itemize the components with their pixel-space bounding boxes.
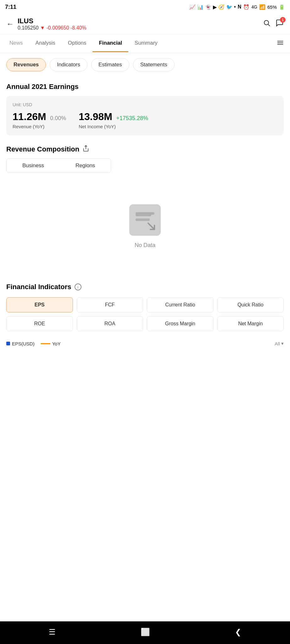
nav-tabs: News Analysis Options Financial Summary [0, 34, 290, 53]
wifi-icon: 📶 [259, 4, 265, 10]
battery-label: 65% [267, 4, 277, 10]
info-icon[interactable]: i [75, 283, 81, 290]
tab-options[interactable]: Options [62, 35, 93, 52]
chevron-down-icon: ▾ [281, 341, 284, 346]
revenue-title-row: Revenue Composition [6, 145, 284, 153]
legend-all-label: All [275, 341, 280, 346]
earnings-row: 11.26M 0.00% Revenue (YoY) 13.98M +17535… [13, 111, 277, 129]
app-icon-1: 📈 [189, 4, 196, 10]
earnings-card: Unit: USD 11.26M 0.00% Revenue (YoY) 13.… [6, 96, 284, 135]
legend-items: EPS(USD) YoY [6, 341, 61, 346]
ticker-price: 0.105250 ▼ -0.009650 -8.40% [18, 25, 86, 31]
toggle-business[interactable]: Business [7, 159, 60, 173]
indicator-btn-roe[interactable]: ROE [6, 316, 73, 331]
app-icon-2: 📊 [197, 4, 204, 10]
bottom-home-button[interactable]: ⬜ [134, 625, 156, 639]
chat-badge: 1 [280, 17, 286, 23]
legend-row: EPS(USD) YoY All ▾ [6, 338, 284, 350]
revenue-composition-title: Revenue Composition [6, 145, 79, 153]
indicator-btn-eps[interactable]: EPS [6, 297, 73, 312]
legend-yoy-color [41, 343, 50, 344]
subtab-revenues[interactable]: Revenues [6, 58, 46, 71]
tab-analysis[interactable]: Analysis [29, 35, 62, 52]
indicator-btn-net-margin[interactable]: Net Margin [217, 316, 284, 331]
header-left: ← ILUS 0.105250 ▼ -0.009650 -8.40% [6, 17, 86, 31]
toggle-group: Business Regions [6, 158, 111, 173]
tab-summary[interactable]: Summary [128, 35, 164, 52]
revenue-composition-section: Revenue Composition Business Regions [6, 145, 284, 273]
subtab-statements[interactable]: Statements [133, 58, 175, 71]
no-data-container: No Data [6, 179, 284, 273]
net-income-value: 13.98M [79, 111, 112, 122]
main-content: Annual 2021 Earnings Unit: USD 11.26M 0.… [0, 76, 290, 356]
net-income-label: Net Income (YoY) [79, 124, 148, 129]
no-data-text: No Data [135, 242, 155, 249]
financial-indicators-title: Financial Indicators [6, 283, 71, 291]
app-icon-7: • [234, 4, 236, 10]
legend-eps-color [6, 342, 10, 345]
subtab-indicators[interactable]: Indicators [50, 58, 87, 71]
toggle-regions[interactable]: Regions [60, 159, 111, 173]
status-time: 7:11 [5, 4, 16, 10]
ticker-symbol: ILUS [18, 17, 86, 25]
svg-rect-8 [136, 218, 148, 221]
header: ← ILUS 0.105250 ▼ -0.009650 -8.40% 1 [0, 14, 290, 34]
legend-yoy: YoY [41, 341, 61, 346]
network-icon: N [238, 4, 242, 10]
net-income-change: +17535.28% [116, 115, 148, 121]
annual-earnings-title: Annual 2021 Earnings [6, 83, 284, 91]
bottom-back-button[interactable]: ❮ [229, 625, 248, 639]
app-icon-5: 🧭 [218, 4, 225, 10]
financial-indicators-section: Financial Indicators i EPS FCF Current R… [6, 283, 284, 350]
bottom-menu-button[interactable]: ☰ [42, 625, 62, 639]
status-right: 📈 📊 👻 ▶ 🧭 🐦 • N ⏰ 4G 📶 65% 🔋 [189, 4, 285, 10]
alarm-icon: ⏰ [243, 4, 249, 10]
indicator-grid: EPS FCF Current Ratio Quick Ratio ROE RO… [6, 297, 284, 331]
status-bar: 7:11 📈 📊 👻 ▶ 🧭 🐦 • N ⏰ 4G 📶 65% 🔋 [0, 0, 290, 14]
battery-icon: 🔋 [279, 4, 285, 10]
price-value: 0.105250 [18, 25, 39, 30]
search-icon[interactable] [263, 19, 270, 29]
svg-point-0 [264, 20, 269, 25]
unit-label: Unit: USD [13, 102, 277, 107]
header-right: 1 [263, 19, 284, 29]
status-icons: 📈 📊 👻 ▶ 🧭 🐦 • [189, 4, 236, 10]
price-change-pct: -8.40% [70, 25, 86, 30]
export-icon[interactable] [82, 145, 89, 153]
indicator-btn-gross-margin[interactable]: Gross Margin [147, 316, 214, 331]
chat-icon[interactable]: 1 [276, 19, 284, 29]
legend-eps: EPS(USD) [6, 341, 35, 346]
sub-tabs: Revenues Indicators Estimates Statements [0, 53, 290, 76]
signal-icon: 4G [251, 4, 257, 9]
app-icon-4: ▶ [213, 4, 217, 10]
no-data-icon [129, 204, 161, 236]
revenue-item: 11.26M 0.00% Revenue (YoY) [13, 111, 66, 129]
indicator-btn-quick-ratio[interactable]: Quick Ratio [217, 297, 284, 312]
price-change: -0.009650 [46, 25, 69, 30]
legend-all-button[interactable]: All ▾ [275, 341, 284, 346]
app-icon-3: 👻 [205, 4, 211, 10]
price-arrow: ▼ [40, 25, 46, 30]
indicator-btn-fcf[interactable]: FCF [77, 297, 143, 312]
legend-eps-label: EPS(USD) [12, 341, 35, 346]
back-button[interactable]: ← [6, 19, 14, 28]
tab-financial[interactable]: Financial [92, 35, 128, 52]
bottom-nav: ☰ ⬜ ❮ [0, 621, 290, 644]
revenue-value-row: 11.26M 0.00% [13, 111, 66, 123]
legend-yoy-label: YoY [52, 341, 61, 346]
indicator-btn-current-ratio[interactable]: Current Ratio [147, 297, 214, 312]
svg-rect-7 [136, 214, 151, 216]
indicator-btn-roa[interactable]: ROA [77, 316, 143, 331]
financial-indicators-title-row: Financial Indicators i [6, 283, 284, 291]
tab-news[interactable]: News [3, 35, 29, 52]
app-icon-6: 🐦 [226, 4, 232, 10]
nav-menu-icon[interactable] [274, 34, 287, 53]
net-income-value-row: 13.98M +17535.28% [79, 111, 148, 123]
revenue-label: Revenue (YoY) [13, 124, 66, 129]
revenue-value: 11.26M [13, 111, 46, 122]
subtab-estimates[interactable]: Estimates [91, 58, 129, 71]
net-income-item: 13.98M +17535.28% Net Income (YoY) [79, 111, 148, 129]
ticker-info: ILUS 0.105250 ▼ -0.009650 -8.40% [18, 17, 86, 31]
svg-line-1 [268, 25, 270, 26]
revenue-change: 0.00% [50, 115, 66, 121]
